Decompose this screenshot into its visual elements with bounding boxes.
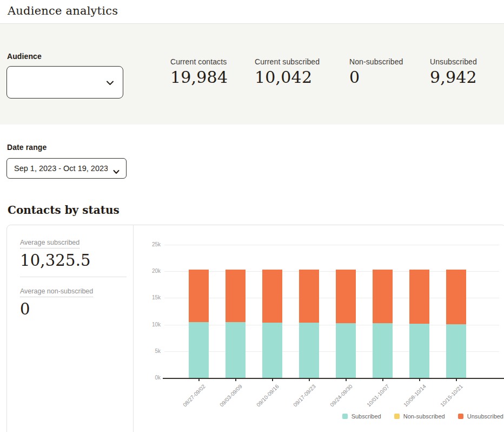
bar-segment-unsubscribed[interactable]	[226, 270, 246, 322]
legend-swatch-icon	[458, 414, 463, 419]
audience-label: Audience	[7, 52, 42, 61]
bar-segment-subscribed[interactable]	[409, 324, 429, 378]
stat-current-contacts: Current contacts 19,984	[170, 57, 228, 87]
summary-value: 0	[20, 300, 127, 318]
summary-divider	[20, 277, 127, 277]
summary-item-average-subscribed: Average subscribed 10,325.5	[20, 237, 127, 270]
legend-label: Unsubscribed	[467, 413, 503, 420]
audience-panel: Audience Current contacts 19,984 Current…	[0, 24, 504, 125]
audience-analytics-page: Audience analytics Audience Current cont…	[0, 0, 504, 432]
chart-summary-panel: Average subscribed 10,325.5 Average non-…	[7, 225, 134, 432]
date-range-label: Date range	[7, 143, 47, 152]
bar-segment-unsubscribed[interactable]	[446, 270, 466, 324]
bar-segment-unsubscribed[interactable]	[299, 270, 319, 323]
bar-segment-unsubscribed[interactable]	[336, 270, 356, 323]
x-axis-label: 09/10-09/16	[239, 383, 280, 424]
y-axis-label: 5k	[139, 348, 161, 354]
y-axis-label: 25k	[139, 241, 161, 247]
chart-legend: SubscribedNon-subscribedUnsubscribed	[342, 413, 503, 420]
summary-label: Average non-subscribed	[20, 287, 93, 297]
legend-label: Subscribed	[352, 413, 381, 420]
chevron-down-icon	[106, 79, 114, 89]
y-axis-label: 15k	[139, 294, 161, 300]
page-title: Audience analytics	[8, 4, 118, 17]
contacts-by-status-title: Contacts by status	[8, 204, 120, 217]
legend-item-subscribed[interactable]: Subscribed	[342, 413, 381, 420]
stat-value: 19,984	[170, 68, 228, 87]
bar-segment-unsubscribed[interactable]	[409, 270, 429, 323]
y-axis-label: 10k	[139, 322, 161, 328]
stat-value: 10,042	[255, 68, 320, 87]
bar-segment-unsubscribed[interactable]	[262, 270, 282, 322]
bar-segment-unsubscribed[interactable]	[373, 270, 393, 323]
stat-label: Current subscribed	[255, 57, 320, 66]
stat-current-subscribed: Current subscribed 10,042	[255, 57, 320, 87]
legend-item-unsubscribed[interactable]: Unsubscribed	[458, 413, 503, 420]
summary-value: 10,325.5	[20, 251, 127, 270]
bar-segment-subscribed[interactable]	[336, 323, 356, 378]
bar-segment-subscribed[interactable]	[373, 323, 393, 378]
legend-swatch-icon	[342, 414, 348, 419]
stacked-bar-chart: 0k5k10k15k20k25k08/27-09/0209/03-09/0909…	[134, 225, 504, 432]
x-axis-line	[163, 378, 504, 379]
stat-unsubscribed: Unsubscribed 9,942	[430, 57, 477, 87]
bar-segment-subscribed[interactable]	[446, 324, 466, 378]
stat-label: Non-subscribed	[349, 57, 403, 66]
audience-select[interactable]	[6, 66, 123, 99]
bar-segment-unsubscribed[interactable]	[189, 270, 209, 322]
x-axis-label: 09/03-09/09	[202, 383, 243, 424]
y-axis-label: 20k	[139, 268, 161, 274]
stat-label: Current contacts	[170, 57, 228, 66]
chevron-down-icon	[113, 167, 120, 176]
y-axis-label: 0k	[139, 375, 161, 381]
summary-item-average-non-subscribed: Average non-subscribed 0	[20, 286, 127, 318]
legend-label: Non-subscribed	[403, 413, 445, 420]
stat-non-subscribed: Non-subscribed 0	[349, 57, 403, 87]
stat-label: Unsubscribed	[430, 57, 477, 66]
contacts-by-status-card: Average subscribed 10,325.5 Average non-…	[6, 225, 504, 432]
gridline	[164, 245, 499, 245]
legend-item-non-subscribed[interactable]: Non-subscribed	[394, 413, 445, 420]
bar-segment-subscribed[interactable]	[189, 322, 209, 378]
date-range-select[interactable]: Sep 1, 2023 - Oct 19, 2023	[6, 158, 127, 179]
summary-label: Average subscribed	[20, 239, 79, 248]
x-axis-label: 09/17-09/23	[276, 383, 317, 424]
bar-segment-subscribed[interactable]	[299, 323, 319, 378]
legend-swatch-icon	[394, 414, 400, 419]
bar-segment-subscribed[interactable]	[262, 323, 282, 378]
date-range-value: Sep 1, 2023 - Oct 19, 2023	[14, 164, 108, 173]
stat-value: 0	[349, 68, 403, 87]
stat-value: 9,942	[430, 68, 477, 87]
bar-segment-subscribed[interactable]	[226, 322, 246, 378]
x-axis-label: 08/27-09/02	[165, 383, 207, 424]
